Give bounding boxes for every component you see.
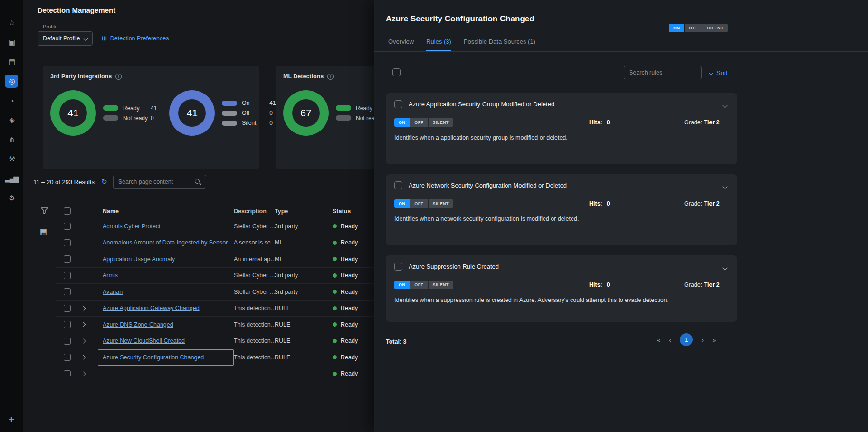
expand-icon[interactable] [81, 355, 86, 360]
detection-link[interactable]: Acronis Cyber Protect [103, 223, 161, 230]
row-checkbox[interactable] [64, 223, 71, 230]
rule-checkbox[interactable] [394, 263, 402, 271]
rule-description: Identifies when a network security confi… [394, 216, 729, 222]
toggle-on-button[interactable]: ON [394, 199, 410, 208]
toggle-on-button[interactable]: ON [394, 281, 410, 289]
toggle-off-button[interactable]: OFF [410, 199, 428, 208]
select-all-checkbox[interactable] [64, 207, 71, 215]
toggle-silent-button[interactable]: SILENT [429, 281, 453, 289]
detection-link[interactable]: Azure New CloudShell Created [103, 338, 185, 344]
expand-icon[interactable] [81, 322, 86, 327]
rules-search[interactable] [624, 66, 702, 79]
row-checkbox[interactable] [64, 255, 71, 263]
filter-icon[interactable] [41, 207, 48, 216]
add-icon[interactable]: + [9, 414, 14, 425]
detection-link[interactable]: Armis [103, 272, 118, 279]
row-checkbox[interactable] [64, 321, 71, 328]
first-page-button[interactable]: « [657, 336, 660, 344]
detection-management-icon[interactable]: ◎ [5, 75, 18, 88]
state-toggle: ONOFFSILENT [394, 281, 453, 289]
detection-link[interactable]: Azure Security Configuration Changed [103, 354, 204, 361]
row-checkbox[interactable] [64, 338, 71, 345]
type-cell: RULE [275, 301, 330, 317]
row-checkbox[interactable] [64, 239, 71, 246]
star-icon[interactable]: ☆ [5, 16, 18, 29]
row-checkbox[interactable] [64, 305, 71, 312]
toggle-off-button[interactable]: OFF [410, 118, 428, 127]
row-expand-cell [80, 235, 98, 251]
donut-value: 41 [178, 99, 206, 127]
profile-label: Profile [43, 24, 57, 29]
rules-select-all-checkbox[interactable] [392, 68, 401, 76]
detections-card-icon[interactable]: ▣ [5, 36, 18, 49]
connectors-icon[interactable]: ⋔ [5, 133, 18, 146]
legend-value: 41 [269, 100, 276, 106]
grade-value: Tier 2 [704, 119, 720, 126]
current-page-button[interactable]: 1 [680, 333, 693, 346]
expand-icon[interactable] [81, 371, 86, 376]
status-dot [333, 306, 337, 310]
detection-link[interactable]: Anomalous Amount of Data Ingested by Sen… [103, 239, 228, 246]
rule-card: Azure Suppression Rule CreatedONOFFSILEN… [386, 255, 737, 322]
row-expand-cell [80, 317, 98, 333]
state-toggle: ONOFFSILENT [394, 199, 453, 208]
status-dot [333, 290, 337, 294]
threat-hunting-icon[interactable]: ◔ [5, 94, 18, 107]
row-checkbox[interactable] [64, 272, 71, 279]
detection-link[interactable]: Azure DNS Zone Changed [103, 321, 173, 328]
next-page-button[interactable]: › [701, 336, 704, 344]
rules-search-input[interactable] [629, 69, 696, 76]
toggle-off-button[interactable]: OFF [685, 24, 702, 32]
settings-icon[interactable]: ⚙ [5, 191, 18, 205]
row-checkbox[interactable] [64, 370, 71, 376]
page-search-input[interactable] [118, 178, 194, 185]
automation-icon[interactable]: ⚒ [5, 152, 18, 166]
toggle-silent-button[interactable]: SILENT [429, 118, 453, 127]
row-checkbox-cell [56, 349, 80, 366]
columns-icon[interactable]: ▦ [40, 227, 47, 236]
cases-icon[interactable]: ▤ [5, 55, 18, 68]
toggle-on-button[interactable]: ON [394, 118, 410, 127]
grade-value: Tier 2 [704, 282, 720, 288]
tab-rules-3[interactable]: Rules (3) [426, 38, 451, 51]
row-checkbox[interactable] [64, 354, 71, 361]
sliders-icon: ☰ [101, 36, 107, 41]
previous-page-button[interactable]: ‹ [669, 336, 671, 344]
detection-preferences-link[interactable]: ☰ Detection Preferences [102, 35, 169, 42]
row-checkbox[interactable] [64, 288, 71, 295]
detection-link[interactable]: Avanan [103, 289, 123, 295]
last-page-button[interactable]: » [712, 336, 716, 344]
legend-label: On [242, 100, 269, 106]
toggle-silent-button[interactable]: SILENT [429, 199, 453, 208]
rule-checkbox[interactable] [394, 181, 402, 189]
page-search[interactable] [113, 175, 206, 189]
detection-link[interactable]: Application Usage Anomaly [103, 256, 175, 263]
tab-possible-data-sources-1[interactable]: Possible Data Sources (1) [464, 38, 535, 51]
tab-overview[interactable]: Overview [388, 38, 414, 51]
reports-icon[interactable]: ▂▄▆ [5, 172, 18, 185]
refresh-icon[interactable]: ↻ [101, 178, 107, 186]
sort-label: Sort [716, 69, 728, 76]
row-checkbox-cell [56, 333, 80, 349]
profile-select[interactable]: Default Profile [38, 31, 93, 46]
rule-checkbox[interactable] [394, 100, 402, 108]
header-name[interactable]: Name [98, 204, 234, 218]
detection-link[interactable]: Azure Application Gateway Changed [103, 305, 200, 311]
expand-icon[interactable] [81, 338, 86, 343]
hits-label: Hits: [589, 282, 602, 288]
description-cell [234, 366, 275, 376]
toggle-off-button[interactable]: OFF [410, 281, 428, 289]
toggle-silent-button[interactable]: SILENT [703, 24, 728, 32]
header-description[interactable]: Description [234, 204, 275, 218]
name-cell [98, 366, 234, 376]
row-expand-cell [80, 284, 98, 300]
toggle-on-button[interactable]: ON [669, 24, 684, 32]
header-type[interactable]: Type [275, 204, 330, 218]
expand-icon[interactable] [81, 306, 86, 310]
legend-swatch [222, 121, 237, 126]
sort-control[interactable]: Sort [709, 69, 728, 76]
row-checkbox-cell [56, 235, 80, 251]
status-text: Ready [341, 354, 358, 361]
assets-icon[interactable]: ◈ [5, 113, 18, 127]
row-expand-cell [80, 268, 98, 284]
